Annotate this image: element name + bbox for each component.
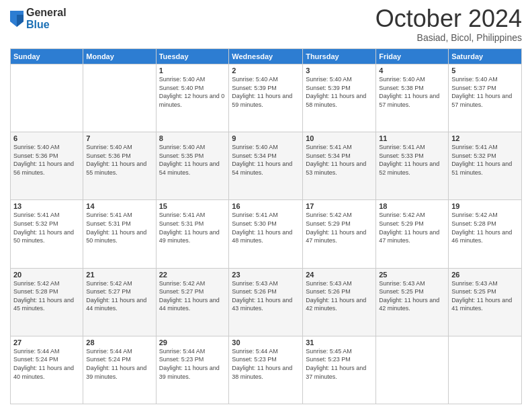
daylight-text: Daylight: 11 hours and 45 minutes. xyxy=(13,297,74,312)
sunrise-text: Sunrise: 5:40 AM xyxy=(232,76,278,83)
day-info: Sunrise: 5:45 AM Sunset: 5:23 PM Dayligh… xyxy=(306,347,373,381)
sunrise-text: Sunrise: 5:43 AM xyxy=(232,280,278,287)
sunrise-text: Sunrise: 5:42 AM xyxy=(86,280,132,287)
day-number: 31 xyxy=(306,338,373,347)
day-number: 4 xyxy=(379,66,445,75)
title-area: October 2024 Basiad, Bicol, Philippines xyxy=(375,7,522,43)
weekday-header-row: Sunday Monday Tuesday Wednesday Thursday… xyxy=(11,49,522,64)
sunset-text: Sunset: 5:25 PM xyxy=(379,288,424,295)
calendar-cell: 2 Sunrise: 5:40 AM Sunset: 5:39 PM Dayli… xyxy=(229,64,303,132)
calendar-cell xyxy=(11,64,83,132)
calendar-cell: 22 Sunrise: 5:42 AM Sunset: 5:27 PM Dayl… xyxy=(156,268,229,336)
daylight-text: Daylight: 11 hours and 54 minutes. xyxy=(232,161,292,176)
calendar-cell: 11 Sunrise: 5:41 AM Sunset: 5:33 PM Dayl… xyxy=(376,132,449,200)
calendar-cell: 8 Sunrise: 5:40 AM Sunset: 5:35 PM Dayli… xyxy=(156,132,229,200)
day-info: Sunrise: 5:44 AM Sunset: 5:23 PM Dayligh… xyxy=(159,347,226,381)
sunrise-text: Sunrise: 5:41 AM xyxy=(13,212,60,218)
daylight-text: Daylight: 11 hours and 42 minutes. xyxy=(306,297,366,312)
daylight-text: Daylight: 11 hours and 39 minutes. xyxy=(159,365,220,380)
header-tuesday: Tuesday xyxy=(156,49,229,64)
sunset-text: Sunset: 5:34 PM xyxy=(306,152,351,159)
sunrise-text: Sunrise: 5:43 AM xyxy=(451,280,498,287)
day-info: Sunrise: 5:43 AM Sunset: 5:26 PM Dayligh… xyxy=(232,279,300,313)
day-info: Sunrise: 5:41 AM Sunset: 5:30 PM Dayligh… xyxy=(232,211,300,244)
calendar-cell: 10 Sunrise: 5:41 AM Sunset: 5:34 PM Dayl… xyxy=(303,132,376,200)
sunset-text: Sunset: 5:28 PM xyxy=(451,220,496,227)
sunset-text: Sunset: 5:34 PM xyxy=(232,152,277,159)
day-number: 10 xyxy=(306,134,373,142)
daylight-text: Daylight: 11 hours and 51 minutes. xyxy=(451,161,512,176)
sunset-text: Sunset: 5:36 PM xyxy=(86,152,131,159)
day-info: Sunrise: 5:40 AM Sunset: 5:39 PM Dayligh… xyxy=(232,75,300,109)
day-number: 8 xyxy=(159,134,226,142)
daylight-text: Daylight: 11 hours and 43 minutes. xyxy=(232,297,292,312)
header-thursday: Thursday xyxy=(303,49,376,64)
daylight-text: Daylight: 11 hours and 37 minutes. xyxy=(306,365,366,380)
calendar-cell: 7 Sunrise: 5:40 AM Sunset: 5:36 PM Dayli… xyxy=(83,132,156,200)
sunset-text: Sunset: 5:31 PM xyxy=(86,220,131,227)
sunrise-text: Sunrise: 5:41 AM xyxy=(232,212,278,218)
day-number: 3 xyxy=(306,66,373,75)
calendar-cell: 15 Sunrise: 5:41 AM Sunset: 5:31 PM Dayl… xyxy=(156,200,229,268)
calendar-cell: 24 Sunrise: 5:43 AM Sunset: 5:26 PM Dayl… xyxy=(303,268,376,336)
day-number: 26 xyxy=(451,271,519,279)
calendar-cell: 5 Sunrise: 5:40 AM Sunset: 5:37 PM Dayli… xyxy=(449,64,522,132)
sunset-text: Sunset: 5:36 PM xyxy=(13,152,58,159)
calendar-cell: 14 Sunrise: 5:41 AM Sunset: 5:31 PM Dayl… xyxy=(83,200,156,268)
day-number: 12 xyxy=(451,134,519,142)
day-info: Sunrise: 5:43 AM Sunset: 5:25 PM Dayligh… xyxy=(379,279,445,313)
sunrise-text: Sunrise: 5:45 AM xyxy=(306,348,352,355)
day-number: 28 xyxy=(86,338,152,347)
daylight-text: Daylight: 12 hours and 0 minutes. xyxy=(159,93,225,108)
header: General Blue October 2024 Basiad, Bicol,… xyxy=(10,7,522,43)
daylight-text: Daylight: 11 hours and 44 minutes. xyxy=(86,297,146,312)
sunrise-text: Sunrise: 5:40 AM xyxy=(159,76,206,83)
day-info: Sunrise: 5:40 AM Sunset: 5:36 PM Dayligh… xyxy=(13,143,80,177)
calendar-cell xyxy=(83,64,156,132)
header-sunday: Sunday xyxy=(11,49,83,64)
day-number: 6 xyxy=(13,134,80,142)
sunrise-text: Sunrise: 5:42 AM xyxy=(306,212,352,218)
daylight-text: Daylight: 11 hours and 57 minutes. xyxy=(451,93,512,108)
logo-general-text: General xyxy=(26,7,66,19)
day-info: Sunrise: 5:42 AM Sunset: 5:29 PM Dayligh… xyxy=(379,211,445,244)
calendar-cell: 17 Sunrise: 5:42 AM Sunset: 5:29 PM Dayl… xyxy=(303,200,376,268)
day-number: 16 xyxy=(232,202,300,210)
calendar-cell: 20 Sunrise: 5:42 AM Sunset: 5:28 PM Dayl… xyxy=(11,268,83,336)
sunrise-text: Sunrise: 5:43 AM xyxy=(379,280,425,287)
header-friday: Friday xyxy=(376,49,449,64)
day-number: 30 xyxy=(232,338,300,347)
day-number: 29 xyxy=(159,338,226,347)
day-number: 15 xyxy=(159,202,226,210)
day-info: Sunrise: 5:40 AM Sunset: 5:36 PM Dayligh… xyxy=(86,143,152,177)
sunrise-text: Sunrise: 5:41 AM xyxy=(159,212,206,218)
day-info: Sunrise: 5:43 AM Sunset: 5:26 PM Dayligh… xyxy=(306,279,373,313)
daylight-text: Daylight: 11 hours and 50 minutes. xyxy=(86,229,146,244)
daylight-text: Daylight: 11 hours and 40 minutes. xyxy=(13,365,74,380)
daylight-text: Daylight: 11 hours and 52 minutes. xyxy=(379,161,439,176)
sunrise-text: Sunrise: 5:44 AM xyxy=(86,348,132,355)
sunset-text: Sunset: 5:39 PM xyxy=(232,85,277,91)
day-info: Sunrise: 5:42 AM Sunset: 5:28 PM Dayligh… xyxy=(13,279,80,313)
daylight-text: Daylight: 11 hours and 57 minutes. xyxy=(379,93,439,108)
day-info: Sunrise: 5:44 AM Sunset: 5:24 PM Dayligh… xyxy=(13,347,80,381)
day-number: 24 xyxy=(306,271,373,279)
sunset-text: Sunset: 5:23 PM xyxy=(159,356,204,363)
logo-text: General Blue xyxy=(26,7,66,30)
sunrise-text: Sunrise: 5:41 AM xyxy=(451,144,498,150)
sunset-text: Sunset: 5:39 PM xyxy=(306,85,351,91)
day-number: 9 xyxy=(232,134,300,142)
day-number: 5 xyxy=(451,66,519,75)
sunrise-text: Sunrise: 5:40 AM xyxy=(306,76,352,83)
sunrise-text: Sunrise: 5:42 AM xyxy=(379,212,425,218)
sunrise-text: Sunrise: 5:40 AM xyxy=(379,76,425,83)
day-info: Sunrise: 5:42 AM Sunset: 5:29 PM Dayligh… xyxy=(306,211,373,244)
sunrise-text: Sunrise: 5:41 AM xyxy=(379,144,425,150)
daylight-text: Daylight: 11 hours and 46 minutes. xyxy=(451,229,512,244)
daylight-text: Daylight: 11 hours and 59 minutes. xyxy=(232,93,292,108)
sunset-text: Sunset: 5:30 PM xyxy=(232,220,277,227)
day-info: Sunrise: 5:40 AM Sunset: 5:34 PM Dayligh… xyxy=(232,143,300,177)
day-info: Sunrise: 5:41 AM Sunset: 5:32 PM Dayligh… xyxy=(13,211,80,244)
logo-blue-text: Blue xyxy=(26,19,66,31)
calendar-cell: 3 Sunrise: 5:40 AM Sunset: 5:39 PM Dayli… xyxy=(303,64,376,132)
